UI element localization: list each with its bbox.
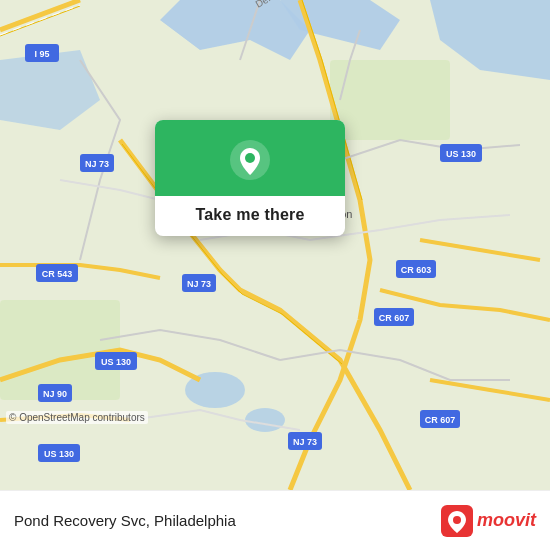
svg-point-38: [453, 516, 461, 524]
popup-card[interactable]: Take me there: [155, 120, 345, 236]
svg-text:NJ 90: NJ 90: [43, 389, 67, 399]
svg-text:CR 607: CR 607: [425, 415, 456, 425]
svg-text:US 130: US 130: [44, 449, 74, 459]
svg-text:CR 603: CR 603: [401, 265, 432, 275]
take-me-there-button[interactable]: Take me there: [195, 196, 304, 236]
svg-point-4: [245, 408, 285, 432]
svg-text:NJ 73: NJ 73: [85, 159, 109, 169]
svg-text:US 130: US 130: [446, 149, 476, 159]
map-container: I 95 NJ 73 NJ 73 NJ 73 US 130 CR 543 US …: [0, 0, 550, 490]
moovit-brand-icon: [441, 505, 473, 537]
svg-text:NJ 73: NJ 73: [293, 437, 317, 447]
svg-text:I 95: I 95: [34, 49, 49, 59]
bottom-bar: Pond Recovery Svc, Philadelphia moovit: [0, 490, 550, 550]
moovit-logo: moovit: [441, 505, 536, 537]
svg-text:US 130: US 130: [101, 357, 131, 367]
popup-header: [155, 120, 345, 196]
svg-point-36: [245, 153, 255, 163]
svg-text:CR 607: CR 607: [379, 313, 410, 323]
svg-text:NJ 73: NJ 73: [187, 279, 211, 289]
moovit-text: moovit: [477, 510, 536, 531]
osm-credit: © OpenStreetMap contributors: [6, 411, 148, 424]
location-pin-icon: [228, 138, 272, 182]
svg-text:CR 543: CR 543: [42, 269, 73, 279]
location-title: Pond Recovery Svc, Philadelphia: [14, 512, 441, 529]
